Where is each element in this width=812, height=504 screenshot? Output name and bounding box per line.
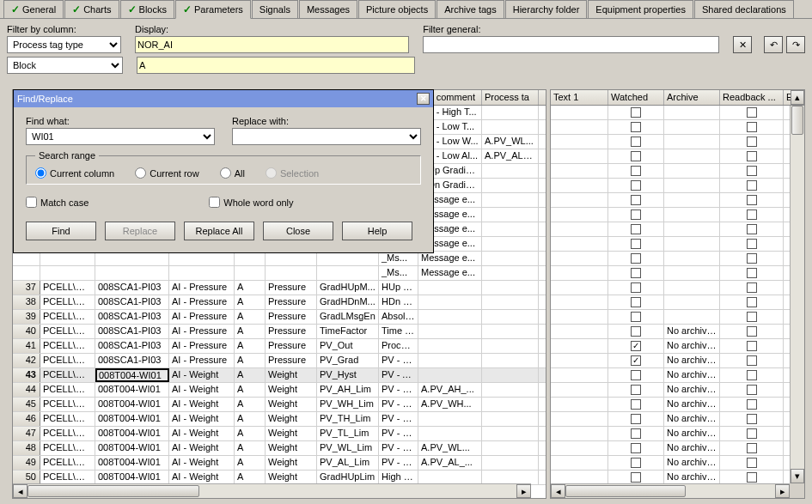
column-header[interactable]: Readback ... [720,90,784,105]
table-row[interactable] [551,208,804,222]
readback-checkbox[interactable] [747,268,757,278]
table-row[interactable] [551,252,804,266]
watched-checkbox[interactable] [631,370,641,380]
watched-checkbox[interactable] [631,428,641,439]
readback-checkbox[interactable] [747,209,757,220]
scrollbar-horizontal-right[interactable]: ◂ ▸ [551,483,790,498]
table-row[interactable] [551,106,804,120]
scroll-left-icon[interactable]: ◂ [551,484,565,498]
column-header[interactable]: Archive [664,90,720,105]
table-row[interactable]: 47PCELL\GL...008T004-WI01AI - WeightAWei… [13,427,546,441]
watched-checkbox[interactable] [631,166,641,176]
radio-all[interactable]: All [220,167,245,179]
replace-with-input[interactable] [232,128,421,145]
scroll-right-icon[interactable]: ▸ [516,484,531,498]
table-row[interactable]: 41PCELL\GL...008SCA1-PI03AI - PressureAP… [13,339,546,354]
readback-checkbox[interactable] [747,122,757,132]
redo-icon[interactable]: ↷ [786,36,805,53]
watched-checkbox[interactable] [631,385,641,395]
table-row[interactable]: ✓No archiving [551,339,804,354]
readback-checkbox[interactable] [747,224,757,234]
scroll-left-icon[interactable]: ◂ [13,484,27,498]
table-row[interactable] [551,266,804,281]
column-header[interactable]: Watched [608,90,664,105]
tab-archive-tags[interactable]: Archive tags [437,0,504,18]
table-row[interactable] [551,179,804,193]
watched-checkbox[interactable] [631,209,641,220]
readback-checkbox[interactable] [747,399,757,410]
filter-clear-icon[interactable]: ✕ [733,36,752,53]
readback-checkbox[interactable] [747,151,757,161]
filter-general-input[interactable] [423,36,719,53]
readback-checkbox[interactable] [747,370,757,380]
tab-parameters[interactable]: ✓Parameters [175,0,251,19]
tab-shared-declarations[interactable]: Shared declarations [694,0,794,18]
radio-current-column[interactable]: Current column [35,167,114,179]
table-row[interactable]: 45PCELL\GL...008T004-WI01AI - WeightAWei… [13,398,546,412]
table-row[interactable]: 49PCELL\GL...008T004-WI01AI - WeightAWei… [13,456,546,471]
undo-icon[interactable]: ↶ [764,36,783,53]
scroll-right-icon[interactable]: ▸ [775,484,790,498]
filter-column-select-2[interactable]: Block [7,57,123,74]
readback-checkbox[interactable] [747,355,757,366]
tab-picture-objects[interactable]: Picture objects [358,0,436,18]
table-row[interactable] [551,135,804,149]
find-button[interactable]: Find [26,222,96,240]
table-row[interactable]: No archiving [551,383,804,398]
readback-checkbox[interactable] [747,137,757,147]
readback-checkbox[interactable] [747,326,757,337]
watched-checkbox[interactable] [631,137,641,147]
table-row[interactable] [551,193,804,208]
table-row[interactable]: 42PCELL\GL...008SCA1-PI03AI - PressureAP… [13,354,546,368]
readback-checkbox[interactable] [747,341,757,351]
dialog-titlebar[interactable]: Find/Replace ✕ [14,90,433,107]
readback-checkbox[interactable] [747,166,757,176]
checkbox-match-case[interactable]: Match case [26,197,89,208]
scrollbar-horizontal[interactable]: ◂ ▸ [13,483,531,498]
readback-checkbox[interactable] [747,253,757,264]
scrollbar-vertical[interactable]: ▴ ▾ [790,106,804,483]
watched-checkbox[interactable] [631,180,641,191]
tab-messages[interactable]: Messages [299,0,357,18]
close-icon[interactable]: ✕ [417,93,430,105]
table-row[interactable]: No archiving [551,456,804,471]
readback-checkbox[interactable] [747,239,757,249]
table-row[interactable] [551,149,804,164]
watched-checkbox[interactable] [631,399,641,410]
watched-checkbox[interactable] [631,326,641,337]
tab-signals[interactable]: Signals [252,0,298,18]
readback-checkbox[interactable] [747,107,757,118]
watched-checkbox[interactable] [631,253,641,264]
checkbox-whole-word[interactable]: Whole word only [209,197,293,208]
close-button[interactable]: Close [263,222,333,240]
replace-all-button[interactable]: Replace All [184,222,254,240]
help-button[interactable]: Help [342,222,412,240]
readback-checkbox[interactable] [747,282,757,293]
table-row[interactable]: 46PCELL\GL...008T004-WI01AI - WeightAWei… [13,412,546,427]
readback-checkbox[interactable] [747,428,757,439]
tab-charts[interactable]: ✓Charts [64,0,119,18]
table-row[interactable]: 48PCELL\GL...008T004-WI01AI - WeightAWei… [13,441,546,456]
watched-checkbox[interactable] [631,224,641,234]
table-row[interactable]: No archiving [551,412,804,427]
table-row[interactable]: 40PCELL\GL...008SCA1-PI03AI - PressureAP… [13,325,546,339]
table-row[interactable]: No archiving [551,441,804,456]
table-row[interactable] [551,295,804,310]
readback-checkbox[interactable] [747,458,757,468]
table-row[interactable]: 39PCELL\GL...008SCA1-PI03AI - PressureAP… [13,310,546,325]
readback-checkbox[interactable] [747,180,757,191]
watched-checkbox[interactable] [631,195,641,205]
watched-checkbox[interactable] [631,282,641,293]
watched-checkbox[interactable] [631,458,641,468]
tab-general[interactable]: ✓General [3,0,64,18]
watched-checkbox[interactable] [631,414,641,424]
readback-checkbox[interactable] [747,443,757,453]
table-row[interactable]: 44PCELL\GL...008T004-WI01AI - WeightAWei… [13,383,546,398]
watched-checkbox[interactable] [631,312,641,322]
column-header[interactable]: Process ta [482,90,539,105]
table-row[interactable]: 43PCELL\GL...008T004-WI01AI - WeightAWei… [13,368,546,383]
radio-current-row[interactable]: Current row [135,167,198,179]
watched-checkbox[interactable] [631,472,641,483]
table-row[interactable]: _Ms...Message e... [13,266,546,281]
table-row[interactable]: No archiving [551,368,804,383]
